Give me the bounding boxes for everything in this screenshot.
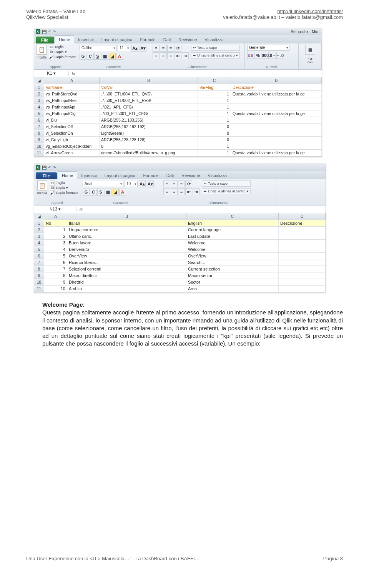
cut-button-2[interactable]: ✂Taglia bbox=[50, 180, 78, 185]
fill-color-button-2[interactable]: ◢ bbox=[112, 189, 119, 195]
size-combo-2[interactable]: 10 bbox=[125, 181, 138, 187]
col-header-a[interactable]: A bbox=[44, 77, 100, 84]
cell-italian[interactable]: Ricerca libera… bbox=[67, 259, 186, 266]
cell-no[interactable]: 6 bbox=[44, 259, 67, 266]
format-painter-button-2[interactable]: 🖌Copia formato bbox=[50, 190, 78, 195]
cell-varflag[interactable]: 0 bbox=[198, 124, 231, 130]
cell-varname[interactable]: vi_Blu bbox=[44, 117, 100, 123]
name-box[interactable]: K1 ▾ bbox=[34, 71, 69, 76]
col-header-d[interactable]: D bbox=[231, 77, 322, 84]
col-header-a-2[interactable]: A bbox=[44, 213, 67, 220]
cell-varflag[interactable]: 0 bbox=[198, 137, 231, 143]
copy-button-2[interactable]: ⧉Copia ▾ bbox=[50, 185, 78, 190]
increase-font-icon[interactable]: A▴ bbox=[139, 180, 146, 187]
cell-english[interactable]: Welcome bbox=[186, 240, 279, 246]
cell-varname[interactable]: vs_PathInputApl bbox=[44, 104, 100, 110]
italic-button[interactable]: C bbox=[87, 53, 94, 60]
indent-inc-icon[interactable]: ⇥ bbox=[182, 52, 189, 59]
cell-descrizione[interactable] bbox=[231, 137, 322, 143]
cell-varname[interactable]: vg_EnabledObjectHidden bbox=[44, 143, 100, 149]
align-top-icon[interactable]: ≡ bbox=[163, 180, 170, 187]
underline-button[interactable]: S bbox=[94, 53, 101, 60]
tab-layout-2[interactable]: Layout di pagina bbox=[101, 172, 140, 179]
merge-center-button-2[interactable]: ⬌Unisci e allinea al centro ▾ bbox=[202, 188, 251, 194]
tab-inserisci[interactable]: Inserisci bbox=[74, 36, 97, 43]
increase-decimal-icon[interactable]: .0→ bbox=[269, 52, 276, 59]
cell-descrizione[interactable] bbox=[279, 227, 326, 233]
col-header-c[interactable]: C bbox=[198, 77, 231, 84]
cell-italian[interactable]: Ultimo caric. bbox=[67, 233, 186, 239]
cell-varval[interactable]: ..\021_APL_CFG\ bbox=[100, 104, 198, 110]
decrease-font-icon[interactable]: A▾ bbox=[147, 180, 154, 187]
align-center-icon[interactable]: ≡ bbox=[160, 52, 167, 59]
tab-layout[interactable]: Layout di pagina bbox=[98, 36, 136, 43]
cell-no[interactable]: 10 bbox=[44, 286, 67, 292]
cell-no[interactable]: 3 bbox=[44, 240, 67, 246]
cell-varflag[interactable]: 1 bbox=[198, 117, 231, 123]
cell-descrizione[interactable] bbox=[279, 240, 326, 246]
cell-italian[interactable]: Ambito bbox=[67, 286, 186, 292]
cell-no[interactable]: 7 bbox=[44, 266, 67, 272]
cell-english[interactable]: Search… bbox=[186, 259, 279, 266]
wrap-text-button[interactable]: ↩Testo a capo bbox=[191, 45, 240, 51]
underline-button-2[interactable]: S bbox=[97, 189, 104, 195]
number-format-combo[interactable]: Generale bbox=[247, 45, 289, 51]
font-combo[interactable]: Calibri bbox=[80, 45, 116, 51]
cell-varflag[interactable]: 0 bbox=[198, 130, 231, 136]
currency-icon[interactable]: 💷 bbox=[247, 52, 254, 59]
cell-descrizione[interactable] bbox=[279, 246, 326, 252]
cell-english[interactable]: Macro sector bbox=[186, 272, 279, 279]
cut-button[interactable]: ✂Taglia bbox=[49, 45, 76, 49]
orientation-icon[interactable]: ⟳ bbox=[175, 45, 181, 52]
cell-descrizione[interactable] bbox=[231, 97, 322, 104]
indent-dec-icon[interactable]: ⇤ bbox=[175, 52, 181, 59]
cell-varval[interactable]: ARGB(255,128,128,128) bbox=[100, 137, 198, 143]
cell-varname[interactable]: vs_PathInputCfg bbox=[44, 110, 100, 117]
tab-visualizza[interactable]: Visualizza bbox=[201, 36, 228, 43]
fill-color-button[interactable]: ◢ bbox=[109, 53, 116, 60]
tab-revisione-2[interactable]: Revisione bbox=[178, 172, 204, 179]
indent-inc-icon[interactable]: ⇥ bbox=[193, 188, 199, 195]
cell-italian[interactable]: Buon lavoro bbox=[67, 240, 186, 246]
linkedin-link[interactable]: http://it.linkedin.com/in/fatatis/ bbox=[277, 8, 343, 14]
size-combo[interactable]: 11 bbox=[118, 45, 130, 51]
italic-button-2[interactable]: C bbox=[90, 189, 97, 195]
tab-home-2[interactable]: Home bbox=[58, 171, 77, 179]
cell-descrizione[interactable] bbox=[279, 233, 326, 239]
cell-descrizione[interactable] bbox=[231, 117, 322, 123]
name-box-2[interactable]: N13 ▾ bbox=[34, 207, 76, 212]
cell-no[interactable]: 9 bbox=[44, 279, 67, 285]
cell-descrizione[interactable] bbox=[279, 266, 326, 272]
cell-varflag[interactable]: 1 bbox=[198, 143, 231, 149]
format-painter-button[interactable]: 🖌Copia formato bbox=[49, 55, 76, 59]
cell-english[interactable]: Welcome bbox=[186, 246, 279, 252]
bold-button-2[interactable]: G bbox=[83, 189, 90, 195]
cell-english[interactable]: Current language bbox=[186, 227, 279, 233]
cell-descrizione[interactable] bbox=[231, 124, 322, 130]
cell-no[interactable]: 4 bbox=[44, 246, 67, 252]
cell-italian[interactable]: Direttrici bbox=[67, 279, 186, 285]
merge-center-button[interactable]: ⬌Unisci e allinea al centro ▾ bbox=[191, 52, 240, 58]
align-bottom-icon[interactable]: ≡ bbox=[178, 180, 185, 187]
tab-formule[interactable]: Formule bbox=[136, 36, 159, 43]
wrap-text-button-2[interactable]: ↩Testo a capo bbox=[202, 180, 251, 187]
thousands-icon[interactable]: 000 bbox=[262, 52, 269, 59]
cell-italian[interactable]: Macro direttrici bbox=[67, 272, 186, 279]
decrease-decimal-icon[interactable]: ←.0 bbox=[276, 52, 283, 59]
cell-varval[interactable]: 0 bbox=[100, 143, 198, 149]
cell-descrizione[interactable]: Questa variabili viene utilizzata per la… bbox=[231, 91, 322, 97]
tab-formule-2[interactable]: Formule bbox=[139, 172, 162, 179]
cell-varflag[interactable]: 1 bbox=[198, 104, 231, 110]
align-right-icon[interactable]: ≡ bbox=[167, 52, 174, 59]
paste-button[interactable]: 📋 Incolla bbox=[37, 45, 47, 59]
cell-varflag[interactable]: 1 bbox=[198, 150, 231, 156]
indent-dec-icon[interactable]: ⇤ bbox=[185, 188, 192, 195]
cell-no[interactable]: 2 bbox=[44, 233, 67, 239]
cell-no[interactable]: 8 bbox=[44, 272, 67, 279]
cell-descrizione[interactable] bbox=[279, 253, 326, 259]
cell-varname[interactable]: vs_PathStoreQvd bbox=[44, 91, 100, 97]
cell-italian[interactable]: Lingua corrente bbox=[67, 227, 186, 233]
select-all-corner[interactable]: ◢ bbox=[34, 77, 44, 84]
fx-icon[interactable]: fx bbox=[69, 71, 78, 76]
cell-descrizione[interactable] bbox=[279, 286, 326, 292]
